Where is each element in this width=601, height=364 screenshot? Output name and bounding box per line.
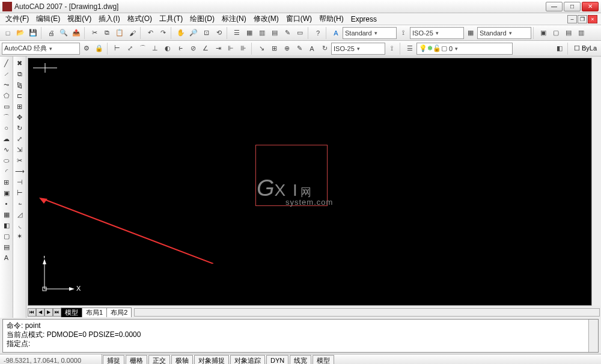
menu-dimension[interactable]: 标注(N): [219, 13, 249, 25]
explode-icon[interactable]: ✶: [14, 231, 25, 241]
dc-icon[interactable]: ▦: [243, 27, 255, 39]
dim-leader-icon[interactable]: ↘: [255, 43, 267, 55]
ws-settings-icon[interactable]: ⚙: [81, 43, 93, 55]
menu-format[interactable]: 格式(O): [124, 13, 155, 25]
hatch-icon[interactable]: ▦: [1, 209, 12, 220]
vertical-scrollbar[interactable]: [591, 58, 601, 306]
drawing-canvas[interactable]: GX I 网 system.com Y X: [28, 58, 600, 306]
textstyle-icon[interactable]: A: [330, 27, 342, 39]
break-pt-icon[interactable]: ⊣: [14, 177, 25, 187]
ssm-icon[interactable]: ▤: [269, 27, 281, 39]
tab-model[interactable]: 模型: [61, 308, 82, 317]
menu-file[interactable]: 文件(F): [2, 13, 32, 25]
mtext-icon[interactable]: A: [1, 252, 12, 263]
mdi-restore-button[interactable]: ❐: [578, 15, 587, 23]
offset-icon[interactable]: ⊏: [14, 90, 25, 101]
command-line[interactable]: 命令: point 当前点模式: PDMODE=0 PDSIZE=0.0000 …: [2, 319, 599, 353]
ellipse-icon[interactable]: ⬭: [1, 155, 12, 166]
polyline-icon[interactable]: ⤳: [1, 79, 12, 90]
dimstyle-icon[interactable]: ⟟: [397, 27, 409, 39]
erase-icon[interactable]: ✖: [14, 58, 25, 68]
status-snap[interactable]: 捕捉: [103, 355, 124, 364]
tablestyle-dropdown[interactable]: Standard: [477, 27, 531, 39]
dim-tedit-icon[interactable]: A: [306, 43, 318, 55]
cut-icon[interactable]: ✂: [88, 27, 100, 39]
workspace-dropdown[interactable]: AutoCAD 经典: [2, 43, 80, 55]
calc-icon[interactable]: ▭: [294, 27, 306, 39]
undo-icon[interactable]: ↶: [144, 27, 156, 39]
new-icon[interactable]: □: [2, 27, 14, 39]
gradient-icon[interactable]: ◧: [1, 220, 12, 231]
mdi-minimize-button[interactable]: –: [567, 15, 577, 23]
xline-icon[interactable]: ⟋: [1, 68, 12, 79]
trim-icon[interactable]: ✂: [14, 155, 25, 166]
spline-icon[interactable]: ∿: [1, 144, 12, 155]
point-icon[interactable]: •: [1, 198, 12, 209]
pan-icon[interactable]: ✋: [175, 27, 187, 39]
block-icon[interactable]: ▢: [550, 27, 562, 39]
menu-insert[interactable]: 插入(I): [96, 13, 123, 25]
menu-edit[interactable]: 编辑(E): [33, 13, 63, 25]
fillet-icon[interactable]: ◟: [14, 220, 25, 231]
print-icon[interactable]: 🖨: [45, 27, 57, 39]
markup-icon[interactable]: ✎: [281, 27, 293, 39]
status-polar[interactable]: 极轴: [171, 355, 193, 364]
array-icon[interactable]: ⊞: [14, 101, 25, 112]
tab-first-button[interactable]: ⏮: [28, 308, 36, 317]
tab-layout1[interactable]: 布局1: [82, 308, 107, 317]
zoom-rt-icon[interactable]: 🔎: [188, 27, 200, 39]
dim-baseline-icon[interactable]: ⊩: [225, 43, 237, 55]
insert-block-icon[interactable]: ⊞: [1, 177, 12, 187]
tablestyle-icon[interactable]: ▦: [465, 27, 477, 39]
dim-tolerance-icon[interactable]: ⊞: [268, 43, 280, 55]
stretch-icon[interactable]: ⇲: [14, 144, 25, 155]
copy-icon[interactable]: ⧉: [101, 27, 113, 39]
layer-prev-icon[interactable]: ◧: [554, 43, 566, 55]
open-icon[interactable]: 📂: [14, 27, 26, 39]
redo-icon[interactable]: ↷: [157, 27, 169, 39]
minimize-button[interactable]: —: [546, 2, 563, 11]
menu-window[interactable]: 窗口(W): [283, 13, 315, 25]
table-icon[interactable]: ▤: [1, 241, 12, 252]
menu-express[interactable]: Express: [348, 14, 380, 24]
status-dyn[interactable]: DYN: [266, 355, 288, 364]
zoom-prev-icon[interactable]: ⟲: [213, 27, 225, 39]
menu-view[interactable]: 视图(V): [64, 13, 94, 25]
save-icon[interactable]: 💾: [27, 27, 39, 39]
preview-icon[interactable]: 🔍: [58, 27, 70, 39]
menu-help[interactable]: 帮助(H): [316, 13, 347, 25]
image-icon[interactable]: ▥: [575, 27, 587, 39]
copy-obj-icon[interactable]: ⧉: [14, 68, 25, 79]
dim-center-icon[interactable]: ⊕: [281, 43, 293, 55]
dimstyle-mgr-icon[interactable]: ⟟: [386, 43, 398, 55]
line-icon[interactable]: ╱: [1, 58, 12, 68]
status-model[interactable]: 模型: [313, 355, 334, 364]
rotate-icon[interactable]: ↻: [14, 123, 25, 133]
horizontal-scrollbar[interactable]: [134, 308, 600, 317]
help-icon[interactable]: ?: [312, 27, 324, 39]
rectangle-icon[interactable]: ▭: [1, 101, 12, 112]
cmd-scrollbar[interactable]: [588, 320, 598, 352]
menu-tools[interactable]: 工具(T): [156, 13, 186, 25]
match-icon[interactable]: 🖌: [126, 27, 138, 39]
tab-last-button[interactable]: ⏭: [53, 308, 61, 317]
wblock-icon[interactable]: ▣: [537, 27, 549, 39]
extend-icon[interactable]: ⟶: [14, 166, 25, 177]
properties-icon[interactable]: ☰: [231, 27, 243, 39]
mirror-icon[interactable]: ⧎: [14, 79, 25, 90]
polygon-icon[interactable]: ⬠: [1, 90, 12, 101]
dim-continue-icon[interactable]: ⊪: [237, 43, 249, 55]
chamfer-icon[interactable]: ◿: [14, 209, 25, 220]
make-block-icon[interactable]: ▣: [1, 187, 12, 198]
dim-ordinate-icon[interactable]: ⊥: [149, 43, 161, 55]
maximize-button[interactable]: □: [564, 2, 581, 11]
dim-jogged-icon[interactable]: ⥼: [174, 43, 186, 55]
dim-radius-icon[interactable]: ◐: [162, 43, 174, 55]
layer-mgr-icon[interactable]: ☰: [404, 43, 416, 55]
dim-diameter-icon[interactable]: ⊘: [187, 43, 199, 55]
tab-next-button[interactable]: ▶: [44, 308, 53, 317]
dim-angular-icon[interactable]: ∠: [200, 43, 212, 55]
menu-modify[interactable]: 修改(M): [251, 13, 282, 25]
paste-icon[interactable]: 📋: [114, 27, 126, 39]
revcloud-icon[interactable]: ☁: [1, 133, 12, 144]
